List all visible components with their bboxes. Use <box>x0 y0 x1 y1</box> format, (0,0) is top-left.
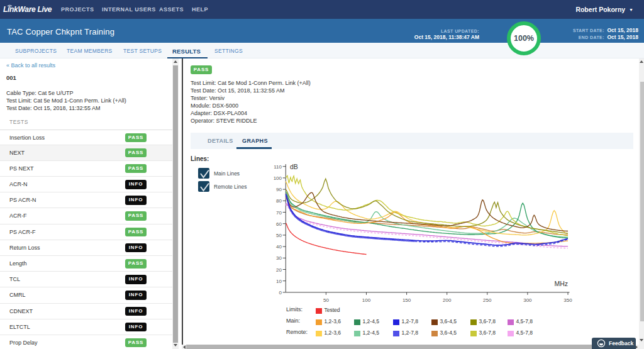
svg-text:90: 90 <box>276 187 282 192</box>
svg-text:80: 80 <box>276 198 282 204</box>
svg-text:10: 10 <box>276 279 282 284</box>
svg-text:50: 50 <box>276 233 282 238</box>
svg-text:0: 0 <box>279 290 282 296</box>
svg-text:40: 40 <box>276 244 282 250</box>
svg-text:MHz: MHz <box>554 280 568 287</box>
svg-text:250: 250 <box>483 297 492 303</box>
svg-text:100: 100 <box>274 175 282 181</box>
svg-text:350: 350 <box>564 297 572 303</box>
svg-text:100: 100 <box>362 297 371 303</box>
svg-text:150: 150 <box>402 297 411 303</box>
svg-text:50: 50 <box>323 297 329 303</box>
svg-text:70: 70 <box>276 210 282 216</box>
svg-text:300: 300 <box>523 297 532 303</box>
svg-text:20: 20 <box>276 267 282 273</box>
svg-text:60: 60 <box>276 221 282 227</box>
svg-text:dB: dB <box>290 163 298 170</box>
svg-text:30: 30 <box>276 255 282 261</box>
svg-text:110: 110 <box>274 164 282 170</box>
svg-text:200: 200 <box>443 297 452 303</box>
